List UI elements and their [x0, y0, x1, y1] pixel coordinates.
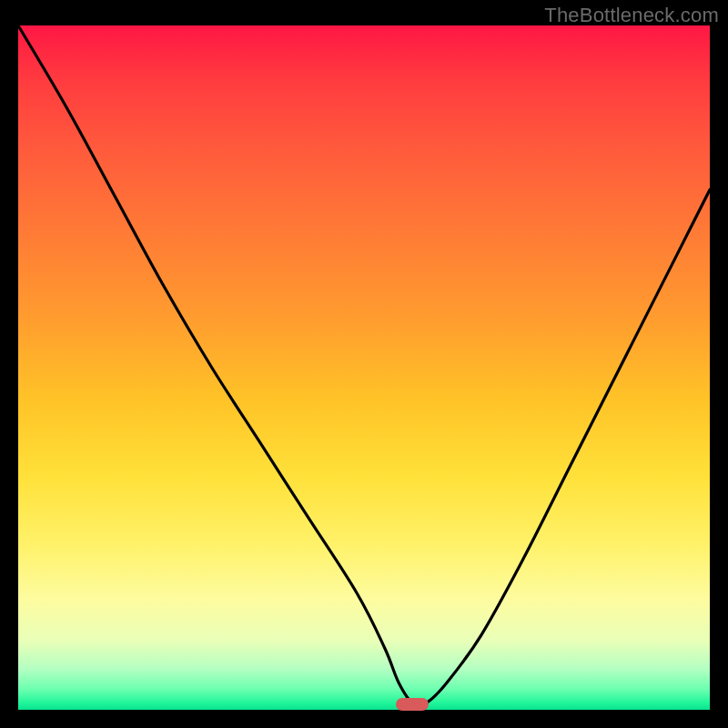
optimal-marker: [396, 698, 429, 711]
chart-canvas: TheBottleneck.com: [0, 0, 728, 728]
plot-area: [18, 25, 710, 710]
bottleneck-line: [18, 25, 710, 710]
attribution-text: TheBottleneck.com: [544, 4, 719, 27]
